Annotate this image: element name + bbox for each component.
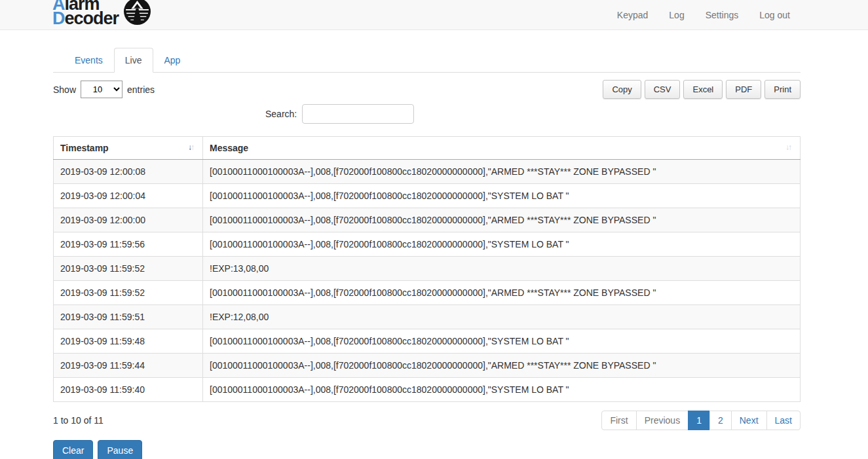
nav-link-keypad[interactable]: Keypad: [607, 5, 658, 26]
cell-timestamp: 2019-03-09 11:59:44: [54, 354, 203, 378]
csv-button[interactable]: CSV: [645, 80, 681, 99]
cell-timestamp: 2019-03-09 12:00:08: [54, 160, 203, 184]
nav-link-logout[interactable]: Log out: [749, 5, 801, 26]
message-header-label: Message: [210, 143, 248, 153]
lighthouse-icon: [124, 0, 151, 25]
brand-wordmark: Alarm Decoder: [52, 0, 119, 26]
table-row: 2019-03-09 11:59:52 [00100011000100003A-…: [54, 281, 801, 305]
table-row: 2019-03-09 12:00:04 [00100011000100003A-…: [54, 184, 801, 208]
pagination-first[interactable]: First: [601, 411, 636, 430]
clear-button[interactable]: Clear: [53, 440, 93, 459]
cell-message: [00100011000100003A--],008,[f702000f1008…: [203, 329, 801, 354]
sort-unsorted-icon: ↓↑: [785, 143, 793, 152]
main-content: Events Live App Show 10 entries Copy CSV…: [53, 48, 801, 459]
cell-message: [00100011000100003A--],008,[f702000f1008…: [203, 378, 801, 402]
pagination-info: 1 to 10 of 11: [53, 415, 104, 426]
tab-app[interactable]: App: [153, 48, 192, 73]
cell-message: !EXP:13,08,00: [203, 257, 801, 281]
table-row: 2019-03-09 11:59:40 [00100011000100003A-…: [54, 378, 801, 402]
table-row: 2019-03-09 11:59:48 [00100011000100003A-…: [54, 329, 801, 354]
tab-live[interactable]: Live: [114, 48, 153, 73]
cell-message: !EXP:12,08,00: [203, 305, 801, 329]
table-row: 2019-03-09 11:59:44 [00100011000100003A-…: [54, 354, 801, 378]
cell-message: [00100011000100003A--],008,[f702000f1008…: [203, 354, 801, 378]
tab-events[interactable]: Events: [64, 48, 114, 73]
cell-timestamp: 2019-03-09 11:59:52: [54, 281, 203, 305]
search-row: Search:: [53, 104, 801, 128]
nav-link-settings[interactable]: Settings: [695, 5, 749, 26]
pagination-last[interactable]: Last: [766, 411, 801, 430]
column-header-timestamp[interactable]: Timestamp ↓↑: [54, 137, 203, 160]
log-table-body: 2019-03-09 12:00:08 [00100011000100003A-…: [54, 160, 801, 402]
cell-timestamp: 2019-03-09 11:59:51: [54, 305, 203, 329]
pause-button[interactable]: Pause: [98, 440, 142, 459]
excel-button[interactable]: Excel: [683, 80, 723, 99]
pagination-page-1[interactable]: 1: [688, 411, 710, 430]
navbar-links: Keypad Log Settings Log out: [607, 5, 801, 26]
table-controls: Show 10 entries Copy CSV Excel PDF Print: [53, 80, 801, 99]
table-row: 2019-03-09 11:59:52 !EXP:13,08,00: [54, 257, 801, 281]
nav-link-log[interactable]: Log: [658, 5, 694, 26]
table-row: 2019-03-09 12:00:00 [00100011000100003A-…: [54, 208, 801, 232]
page-length-select[interactable]: 10: [81, 81, 123, 98]
log-table: Timestamp ↓↑ Message ↓↑ 2019-03-09 12:00…: [53, 136, 801, 402]
tab-bar: Events Live App: [53, 48, 801, 73]
brand-logo[interactable]: Alarm Decoder: [52, 0, 151, 26]
cell-timestamp: 2019-03-09 11:59:56: [54, 232, 203, 257]
table-row: 2019-03-09 12:00:08 [00100011000100003A-…: [54, 160, 801, 184]
timestamp-header-label: Timestamp: [60, 143, 109, 153]
table-footer: 1 to 10 of 11 First Previous 1 2 Next La…: [53, 411, 801, 430]
cell-message: [00100011000100003A--],008,[f702000f1008…: [203, 160, 801, 184]
search-label: Search:: [265, 109, 297, 119]
pagination-previous[interactable]: Previous: [636, 411, 689, 430]
search-input[interactable]: [302, 104, 414, 124]
pdf-button[interactable]: PDF: [726, 80, 761, 99]
cell-timestamp: 2019-03-09 11:59:48: [54, 329, 203, 354]
sort-desc-icon: ↓↑: [188, 143, 196, 152]
cell-timestamp: 2019-03-09 12:00:00: [54, 208, 203, 232]
pagination-page-2[interactable]: 2: [709, 411, 732, 430]
cell-timestamp: 2019-03-09 12:00:04: [54, 184, 203, 208]
pagination-next[interactable]: Next: [731, 411, 767, 430]
cell-message: [00100011000100003A--],008,[f702000f1008…: [203, 208, 801, 232]
show-label: Show: [53, 84, 76, 95]
table-header-row: Timestamp ↓↑ Message ↓↑: [54, 137, 801, 160]
cell-timestamp: 2019-03-09 11:59:40: [54, 378, 203, 402]
table-row: 2019-03-09 11:59:51 !EXP:12,08,00: [54, 305, 801, 329]
table-row: 2019-03-09 11:59:56 [00100011000100003A-…: [54, 232, 801, 257]
page-length-control: Show 10 entries: [53, 81, 155, 98]
print-button[interactable]: Print: [764, 80, 801, 99]
export-buttons: Copy CSV Excel PDF Print: [599, 80, 801, 99]
copy-button[interactable]: Copy: [603, 80, 641, 99]
column-header-message[interactable]: Message ↓↑: [203, 137, 801, 160]
cell-timestamp: 2019-03-09 11:59:52: [54, 257, 203, 281]
cell-message: [00100011000100003A--],008,[f702000f1008…: [203, 232, 801, 257]
action-buttons: Clear Pause: [53, 440, 801, 459]
cell-message: [00100011000100003A--],008,[f702000f1008…: [203, 184, 801, 208]
pagination: First Previous 1 2 Next Last: [601, 411, 801, 430]
entries-label: entries: [127, 84, 155, 95]
cell-message: [00100011000100003A--],008,[f702000f1008…: [203, 281, 801, 305]
navbar: Alarm Decoder Keypad Log Settings Log ou…: [0, 0, 868, 30]
